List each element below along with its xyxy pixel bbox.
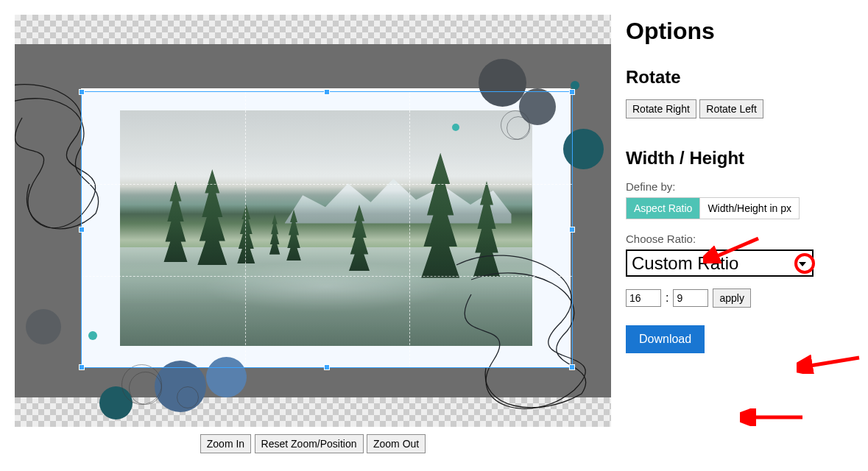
define-by-toggle: Aspect Ratio Width/Height in px bbox=[626, 197, 800, 219]
crop-handle-e[interactable] bbox=[569, 227, 575, 233]
decor-circle bbox=[26, 309, 61, 344]
zoom-out-button[interactable]: Zoom Out bbox=[367, 434, 426, 453]
zoom-in-button[interactable]: Zoom In bbox=[200, 434, 251, 453]
rotate-left-button[interactable]: Rotate Left bbox=[699, 99, 763, 118]
apply-button[interactable]: apply bbox=[713, 288, 750, 308]
zoom-controls: Zoom In Reset Zoom/Position Zoom Out bbox=[15, 434, 611, 453]
decor-ring bbox=[129, 372, 162, 405]
define-by-label: Define by: bbox=[626, 180, 853, 193]
ratio-height-input[interactable] bbox=[673, 289, 708, 307]
crop-handle-s[interactable] bbox=[324, 364, 330, 370]
reset-zoom-button[interactable]: Reset Zoom/Position bbox=[255, 434, 364, 453]
options-heading: Options bbox=[626, 18, 853, 45]
ratio-select[interactable]: Custom Ratio bbox=[626, 249, 814, 277]
crop-handle-nw[interactable] bbox=[79, 89, 85, 95]
options-panel: Options Rotate Rotate Right Rotate Left … bbox=[626, 15, 853, 453]
crop-handle-se[interactable] bbox=[569, 364, 575, 370]
download-button[interactable]: Download bbox=[626, 325, 705, 353]
decor-ring bbox=[177, 386, 199, 408]
crop-handle-w[interactable] bbox=[79, 227, 85, 233]
toggle-aspect-ratio[interactable]: Aspect Ratio bbox=[627, 198, 699, 219]
choose-ratio-label: Choose Ratio: bbox=[626, 233, 853, 245]
width-height-heading: Width / Height bbox=[626, 148, 853, 169]
toggle-width-height-px[interactable]: Width/Height in px bbox=[699, 198, 799, 219]
rotate-heading: Rotate bbox=[626, 67, 853, 88]
crop-selection[interactable] bbox=[81, 91, 573, 368]
canvas-panel: Zoom In Reset Zoom/Position Zoom Out bbox=[15, 15, 611, 453]
ratio-separator: : bbox=[666, 291, 668, 305]
crop-handle-ne[interactable] bbox=[569, 89, 575, 95]
ratio-width-input[interactable] bbox=[626, 289, 661, 307]
rotate-right-button[interactable]: Rotate Right bbox=[626, 99, 696, 118]
crop-handle-n[interactable] bbox=[324, 89, 330, 95]
crop-handle-sw[interactable] bbox=[79, 364, 85, 370]
image-editor-canvas[interactable] bbox=[15, 15, 611, 427]
